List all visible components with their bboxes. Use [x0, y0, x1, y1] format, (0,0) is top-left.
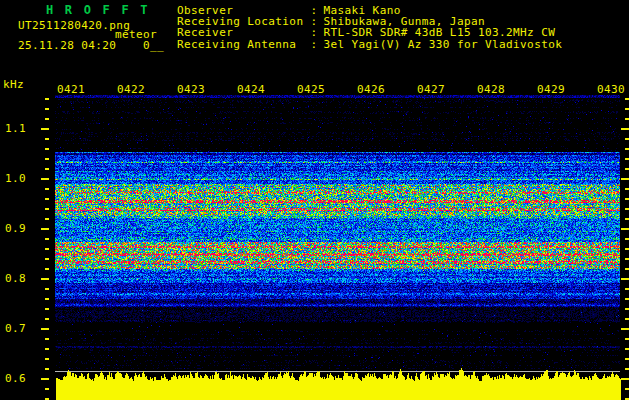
freq-minor-tick-left: [45, 258, 49, 260]
freq-minor-tick-left: [45, 268, 49, 270]
freq-minor-tick-left: [45, 248, 49, 250]
time-tick-label: 0424: [237, 84, 265, 95]
freq-minor-tick-left: [45, 338, 49, 340]
output-filename: UT2511280420.png: [18, 20, 130, 31]
freq-minor-tick-left: [45, 148, 49, 150]
info-row-receiver: Receiver :RTL-SDR SDR# 43dB L15 103.2MHz…: [177, 28, 555, 38]
freq-minor-tick-right: [625, 388, 629, 390]
freq-minor-tick-right: [625, 98, 629, 100]
freq-major-tick-left: [41, 228, 49, 230]
freq-minor-tick-left: [45, 208, 49, 210]
freq-tick-label: 1.0: [5, 173, 26, 184]
datetime-label: 25.11.28 04:20: [18, 40, 116, 51]
time-tick-label: 0425: [297, 84, 325, 95]
info-row-antenna: Receiving Antenna :3el Yagi(V) Az 330 fo…: [177, 40, 562, 50]
freq-minor-tick-right: [625, 118, 629, 120]
freq-tick-label: 0.7: [5, 323, 26, 334]
freq-major-tick-left: [41, 378, 49, 380]
freq-minor-tick-left: [45, 368, 49, 370]
freq-minor-tick-right: [625, 298, 629, 300]
info-label: Receiving Antenna :: [177, 38, 317, 51]
freq-tick-label: 0.9: [5, 223, 26, 234]
echo-count: 0__: [143, 40, 164, 51]
freq-minor-tick-left: [45, 118, 49, 120]
freq-tick-label: 0.8: [5, 273, 26, 284]
y-axis-unit-label: kHz: [3, 79, 24, 90]
freq-minor-tick-right: [625, 108, 629, 110]
freq-minor-tick-right: [625, 208, 629, 210]
freq-major-tick-right: [621, 328, 629, 330]
freq-major-tick-right: [621, 128, 629, 130]
freq-minor-tick-right: [625, 268, 629, 270]
hrofft-spectrogram-screen: H R O F F T UT2511280420.png meteor 25.1…: [0, 0, 629, 400]
signal-strength-canvas: [56, 362, 621, 400]
freq-minor-tick-left: [45, 388, 49, 390]
freq-minor-tick-right: [625, 368, 629, 370]
info-value: 3el Yagi(V) Az 330 for Vladivostok: [323, 38, 562, 51]
time-tick-label: 0426: [357, 84, 385, 95]
freq-major-tick-left: [41, 278, 49, 280]
freq-major-tick-right: [621, 378, 629, 380]
freq-minor-tick-left: [45, 308, 49, 310]
freq-minor-tick-right: [625, 348, 629, 350]
freq-tick-label: 1.1: [5, 123, 26, 134]
freq-minor-tick-right: [625, 288, 629, 290]
freq-minor-tick-left: [45, 348, 49, 350]
freq-minor-tick-left: [45, 158, 49, 160]
freq-major-tick-left: [41, 328, 49, 330]
freq-minor-tick-right: [625, 148, 629, 150]
freq-major-tick-right: [621, 278, 629, 280]
freq-minor-tick-left: [45, 318, 49, 320]
freq-minor-tick-right: [625, 238, 629, 240]
freq-minor-tick-right: [625, 138, 629, 140]
freq-minor-tick-left: [45, 98, 49, 100]
spectrogram-canvas: [55, 95, 620, 372]
freq-tick-label: 0.6: [5, 373, 26, 384]
time-tick-label: 0429: [537, 84, 565, 95]
time-tick-label: 0423: [177, 84, 205, 95]
freq-major-tick-right: [621, 228, 629, 230]
freq-major-tick-right: [621, 178, 629, 180]
freq-minor-tick-right: [625, 188, 629, 190]
time-tick-label: 0422: [117, 84, 145, 95]
time-tick-label: 0421: [57, 84, 85, 95]
app-title: H R O F F T: [46, 5, 150, 16]
freq-minor-tick-left: [45, 198, 49, 200]
freq-minor-tick-right: [625, 218, 629, 220]
freq-minor-tick-left: [45, 288, 49, 290]
freq-minor-tick-right: [625, 198, 629, 200]
freq-minor-tick-left: [45, 298, 49, 300]
freq-minor-tick-left: [45, 188, 49, 190]
time-tick-label: 0427: [417, 84, 445, 95]
freq-minor-tick-right: [625, 308, 629, 310]
freq-minor-tick-right: [625, 318, 629, 320]
freq-minor-tick-left: [45, 358, 49, 360]
freq-minor-tick-left: [45, 218, 49, 220]
freq-minor-tick-left: [45, 168, 49, 170]
freq-major-tick-left: [41, 178, 49, 180]
time-tick-label: 0428: [477, 84, 505, 95]
freq-minor-tick-right: [625, 338, 629, 340]
freq-major-tick-left: [41, 128, 49, 130]
freq-minor-tick-right: [625, 248, 629, 250]
freq-minor-tick-right: [625, 168, 629, 170]
freq-minor-tick-left: [45, 238, 49, 240]
time-tick-label: 0430: [597, 84, 625, 95]
freq-minor-tick-right: [625, 258, 629, 260]
freq-minor-tick-right: [625, 358, 629, 360]
freq-minor-tick-right: [625, 158, 629, 160]
freq-minor-tick-left: [45, 138, 49, 140]
freq-minor-tick-left: [45, 108, 49, 110]
